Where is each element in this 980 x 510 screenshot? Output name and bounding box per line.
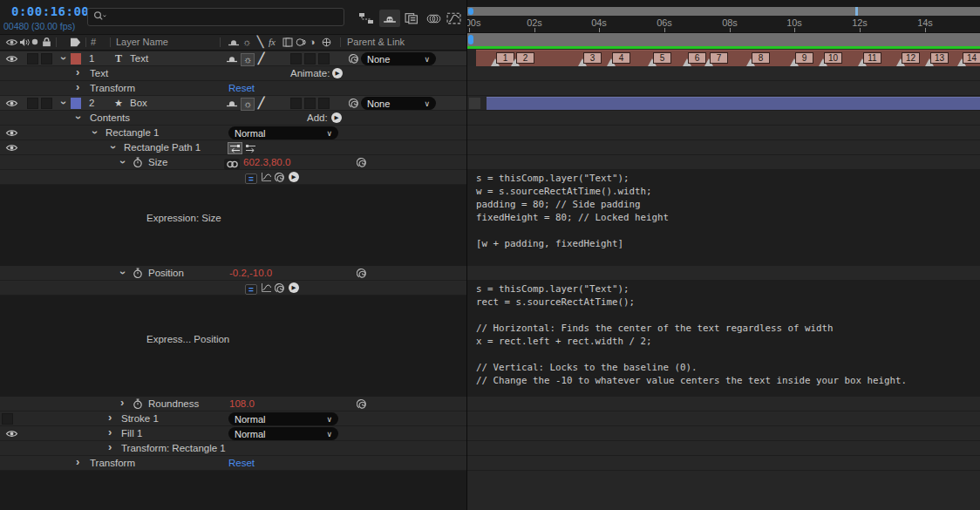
- audio-column-speaker-icon[interactable]: [19, 35, 30, 49]
- layer-name-column-header[interactable]: Layer Name: [116, 35, 168, 49]
- visibility-toggle-off[interactable]: [2, 413, 13, 425]
- stopwatch-icon[interactable]: [133, 155, 143, 169]
- property-pickwhip-icon[interactable]: [357, 266, 368, 280]
- expression-language-menu-icon[interactable]: ▶: [289, 282, 299, 293]
- expanded-chevron-icon[interactable]: ›: [71, 116, 85, 119]
- expand-chevron-icon[interactable]: ›: [56, 57, 70, 60]
- frame-blend-toggle[interactable]: [290, 53, 302, 65]
- size-value[interactable]: 602.3,80.0: [243, 155, 290, 169]
- frame-blending-toggle-icon[interactable]: [401, 10, 422, 27]
- property-group-label[interactable]: Rectangle 1: [105, 126, 159, 139]
- property-group-label[interactable]: Stroke 1: [121, 411, 159, 425]
- solo-column-icon[interactable]: [31, 35, 38, 49]
- layer-marker-14[interactable]: 14: [957, 51, 980, 67]
- lock-column-icon[interactable]: [42, 35, 51, 49]
- stopwatch-icon[interactable]: [133, 266, 143, 280]
- quality-toggle-icon[interactable]: ╱: [258, 51, 264, 65]
- video-column-eye-icon[interactable]: [5, 35, 18, 49]
- motion-blur-toggle-icon[interactable]: [423, 10, 444, 27]
- collapsed-chevron-icon[interactable]: ›: [76, 81, 79, 95]
- layer-marker-9[interactable]: 9: [790, 51, 816, 67]
- parent-dropdown[interactable]: None∨: [361, 52, 436, 65]
- visibility-eye-icon[interactable]: [5, 126, 18, 139]
- layer-marker-13[interactable]: 13: [925, 51, 951, 67]
- blend-mode-dropdown[interactable]: Normal∨: [228, 427, 338, 440]
- layer-label-color[interactable]: [71, 98, 81, 109]
- shy-column-icon[interactable]: [228, 35, 240, 49]
- blend-mode-dropdown[interactable]: Normal∨: [228, 126, 338, 139]
- property-group-stroke-1[interactable]: › Stroke 1 Normal∨: [0, 411, 466, 426]
- size-expression-code[interactable]: s = thisComp.layer("Text"); w = s.source…: [467, 170, 980, 250]
- property-group-contents[interactable]: › Contents Add: ▶: [0, 111, 466, 126]
- motion-blur-toggle[interactable]: [304, 98, 316, 109]
- parent-pickwhip-icon[interactable]: [349, 96, 360, 110]
- position-expression-code[interactable]: s = thisComp.layer("Text"); rect = s.sou…: [467, 281, 980, 387]
- work-area-start-handle[interactable]: [468, 35, 473, 44]
- expression-enable-icon[interactable]: =: [245, 284, 257, 295]
- layer-name[interactable]: Text: [130, 51, 148, 65]
- layer-marker-11[interactable]: 11: [858, 51, 884, 67]
- size-expression-editor[interactable]: s = thisComp.layer("Text"); w = s.source…: [467, 170, 980, 266]
- property-group-fill-1[interactable]: › Fill 1 Normal∨: [0, 426, 466, 441]
- property-group-label[interactable]: Rectangle Path 1: [124, 140, 201, 154]
- reset-link[interactable]: Reset: [228, 456, 255, 470]
- layer-label-color[interactable]: [71, 53, 81, 65]
- expression-graph-icon[interactable]: [261, 281, 272, 295]
- property-row-roundness[interactable]: › Roundness 108.0: [0, 397, 466, 411]
- three-d-toggle[interactable]: [318, 53, 330, 65]
- property-label[interactable]: Size: [148, 155, 167, 169]
- graph-editor-icon[interactable]: [443, 10, 464, 27]
- parent-dropdown[interactable]: None∨: [361, 97, 436, 110]
- property-row-position[interactable]: › Position -0.2,-10.0: [0, 266, 466, 281]
- work-area-bar[interactable]: [467, 33, 980, 46]
- expanded-chevron-icon[interactable]: ›: [87, 131, 101, 134]
- solo-toggle[interactable]: [27, 98, 38, 109]
- property-group-text[interactable]: › Text Animate: ▶: [0, 66, 466, 81]
- layer-marker-7[interactable]: 7: [704, 51, 731, 67]
- property-group-label[interactable]: Transform: [90, 81, 135, 95]
- expression-pickwhip-icon[interactable]: [275, 170, 286, 184]
- roundness-value[interactable]: 108.0: [229, 397, 255, 411]
- parent-pickwhip-icon[interactable]: [349, 51, 360, 65]
- expanded-chevron-icon[interactable]: ›: [115, 160, 129, 164]
- adjustment-layer-column-icon[interactable]: ◑: [310, 35, 316, 49]
- time-navigator-bar[interactable]: [467, 7, 980, 16]
- visibility-eye-icon[interactable]: [5, 140, 18, 154]
- property-group-rectangle-1[interactable]: › Rectangle 1 Normal∨: [0, 126, 466, 140]
- expression-graph-icon[interactable]: [261, 170, 272, 184]
- stopwatch-icon[interactable]: [133, 397, 143, 411]
- property-group-transform[interactable]: › Transform Reset: [0, 456, 466, 471]
- property-row-size[interactable]: › Size 602.3,80.0: [0, 155, 466, 170]
- layer-marker-12[interactable]: 12: [896, 51, 922, 67]
- expanded-chevron-icon[interactable]: ›: [105, 146, 119, 149]
- property-label[interactable]: Roundness: [148, 397, 199, 411]
- three-d-column-icon[interactable]: [322, 35, 331, 49]
- expression-enable-icon[interactable]: =: [245, 173, 257, 184]
- layer-marker-3[interactable]: 3: [578, 51, 604, 67]
- position-expression-editor[interactable]: s = thisComp.layer("Text"); rect = s.sou…: [467, 281, 980, 397]
- property-group-label[interactable]: Text: [90, 66, 108, 80]
- lock-toggle[interactable]: [41, 98, 52, 109]
- path-direction-reversed-icon[interactable]: [243, 142, 258, 154]
- layer-marker-8[interactable]: 8: [746, 51, 772, 67]
- animate-menu-icon[interactable]: ▶: [332, 68, 343, 78]
- collapse-transformations-column-icon[interactable]: ☼: [242, 35, 251, 49]
- frame-blend-toggle[interactable]: [290, 98, 302, 109]
- collapsed-chevron-icon[interactable]: ›: [76, 456, 79, 470]
- quality-column-icon[interactable]: ╲: [257, 35, 263, 49]
- solo-toggle[interactable]: [27, 53, 38, 65]
- property-group-transform[interactable]: › Transform Reset: [0, 81, 466, 96]
- box-layer-bar[interactable]: [487, 97, 980, 110]
- collapsed-chevron-icon[interactable]: ›: [76, 66, 79, 80]
- layer-row-box[interactable]: › 2 ★ Box ☼ ╱ None∨: [0, 96, 466, 111]
- layer-name[interactable]: Box: [130, 96, 147, 110]
- shy-toggle-icon[interactable]: [226, 51, 238, 65]
- visibility-eye-icon[interactable]: [5, 426, 18, 440]
- collapsed-chevron-icon[interactable]: ›: [108, 441, 112, 455]
- collapse-transformations-toggle-icon[interactable]: ☼: [241, 53, 255, 66]
- property-group-label[interactable]: Transform: [90, 456, 135, 470]
- position-value[interactable]: -0.2,-10.0: [229, 266, 272, 280]
- search-input[interactable]: [87, 8, 344, 26]
- expand-chevron-icon[interactable]: ›: [56, 101, 70, 105]
- property-group-label[interactable]: Fill 1: [121, 426, 142, 440]
